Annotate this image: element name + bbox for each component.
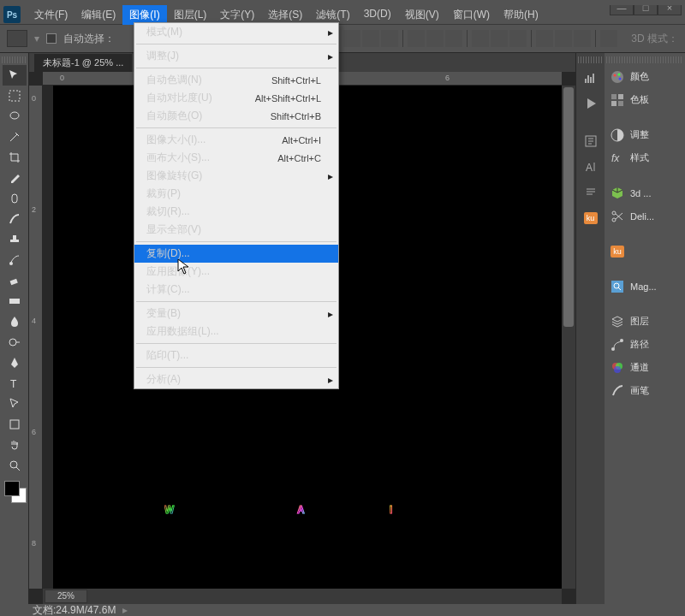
align-icon[interactable] <box>343 30 360 47</box>
menu-item[interactable]: 自动颜色(O)Shift+Ctrl+B <box>134 107 338 125</box>
history-brush-tool[interactable] <box>3 250 27 270</box>
autoselect-label: 自动选择： <box>63 32 115 46</box>
align-icon[interactable] <box>445 30 462 47</box>
dodge-tool[interactable] <box>3 332 27 352</box>
align-icon[interactable] <box>408 30 425 47</box>
dist-icon[interactable] <box>536 30 553 47</box>
menu-0[interactable]: 文件(F) <box>27 5 74 25</box>
dist-icon[interactable] <box>555 30 572 47</box>
marquee-tool[interactable] <box>3 86 27 106</box>
color-swatches[interactable] <box>3 479 27 503</box>
autoselect-checkbox[interactable] <box>46 33 57 44</box>
menu-8[interactable]: 视图(V) <box>398 5 446 25</box>
dist-icon[interactable] <box>491 30 508 47</box>
scrollbar-thumb[interactable] <box>563 87 574 327</box>
blur-tool[interactable] <box>3 311 27 332</box>
panel-Deli...[interactable]: Deli... <box>605 204 685 228</box>
panel-3d ...[interactable]: 3d ... <box>605 181 685 204</box>
menu-item[interactable]: 自动对比度(U)Alt+Shift+Ctrl+L <box>134 89 338 107</box>
eraser-tool[interactable] <box>3 270 27 291</box>
dist-icon[interactable] <box>472 30 489 47</box>
healing-tool[interactable] <box>3 188 27 209</box>
panel-图层[interactable]: 图层 <box>605 310 685 333</box>
zoom-tool[interactable] <box>3 455 27 476</box>
lasso-tool[interactable] <box>3 106 27 127</box>
current-tool-icon[interactable] <box>7 30 27 47</box>
panel-颜色[interactable]: 颜色 <box>605 65 685 88</box>
svg-rect-26 <box>618 101 623 106</box>
align-icon[interactable] <box>362 30 379 47</box>
menu-shortcut: Alt+Ctrl+I <box>282 135 321 145</box>
menu-item[interactable]: 计算(C)... <box>134 281 338 299</box>
svg-point-37 <box>614 366 621 373</box>
menu-item[interactable]: 模式(M)▸ <box>134 23 338 41</box>
menu-10[interactable]: 帮助(H) <box>497 5 545 25</box>
menu-item[interactable]: 应用图像(Y)... <box>134 263 338 281</box>
move-tool[interactable] <box>3 65 27 86</box>
histogram-icon[interactable] <box>579 67 603 89</box>
path-select-tool[interactable] <box>3 394 27 414</box>
properties-icon[interactable] <box>579 130 603 152</box>
wand-tool[interactable] <box>3 127 27 147</box>
menu-item-label: 显示全部(V) <box>146 222 201 237</box>
align-icon[interactable] <box>381 30 398 47</box>
menu-item[interactable]: 裁切(R)... <box>134 203 338 221</box>
panel-色板[interactable]: 色板 <box>605 88 685 111</box>
dist-icon[interactable] <box>509 30 527 47</box>
menu-item[interactable]: 显示全部(V) <box>134 221 338 239</box>
menu-shortcut: Alt+Shift+Ctrl+L <box>255 93 321 104</box>
panel-通道[interactable]: 通道 <box>605 356 685 379</box>
panel-路径[interactable]: 路径 <box>605 333 685 356</box>
menu-item-label: 调整(J) <box>146 49 179 63</box>
panel-handle[interactable] <box>606 56 683 63</box>
menu-item[interactable]: 复制(D)... <box>134 245 338 263</box>
panel-样式[interactable]: fx样式 <box>605 146 685 169</box>
eyedropper-tool[interactable] <box>3 168 27 188</box>
menu-item-label: 应用数据组(L)... <box>146 324 219 339</box>
menu-item-label: 自动颜色(O) <box>146 109 202 123</box>
character-icon[interactable]: A <box>579 156 603 178</box>
crop-tool[interactable] <box>3 147 27 168</box>
ku-tab-icon[interactable]: ku <box>579 207 603 229</box>
scrollbar-horizontal[interactable]: 25% <box>43 589 562 604</box>
pen-tool[interactable] <box>3 352 27 373</box>
scrollbar-vertical[interactable] <box>562 86 575 589</box>
submenu-arrow-icon: ▸ <box>328 308 333 320</box>
panel-调整[interactable]: 调整 <box>605 123 685 146</box>
panel-label: 3d ... <box>630 188 651 198</box>
menu-item[interactable]: 调整(J)▸ <box>134 47 338 65</box>
foreground-color[interactable] <box>4 481 20 496</box>
gradient-tool[interactable] <box>3 291 27 311</box>
panel-ku[interactable]: ku <box>605 240 685 263</box>
menu-item[interactable]: 分析(A)▸ <box>134 370 338 388</box>
menu-item[interactable]: 变量(B)▸ <box>134 305 338 323</box>
panel-handle[interactable] <box>2 56 27 63</box>
menu-item-label: 计算(C)... <box>146 282 190 297</box>
menu-9[interactable]: 窗口(W) <box>446 5 497 25</box>
play-icon[interactable] <box>579 92 603 115</box>
menu-item[interactable]: 图像大小(I)...Alt+Ctrl+I <box>134 131 338 149</box>
menu-item[interactable]: 自动色调(N)Shift+Ctrl+L <box>134 71 338 89</box>
menu-item[interactable]: 图像旋转(G)▸ <box>134 167 338 185</box>
svg-text:A: A <box>297 504 305 516</box>
misc-icon[interactable] <box>600 30 617 47</box>
ruler-vertical[interactable]: 02468 <box>29 86 43 589</box>
panel-handle[interactable] <box>578 56 604 63</box>
menu-1[interactable]: 编辑(E) <box>74 5 122 25</box>
dist-icon[interactable] <box>574 30 591 47</box>
shape-tool[interactable] <box>3 414 27 435</box>
align-icon[interactable] <box>426 30 444 47</box>
panel-Mag...[interactable]: Mag... <box>605 275 685 298</box>
type-tool[interactable]: T <box>3 373 27 394</box>
menu-7[interactable]: 3D(D) <box>357 5 398 25</box>
menu-item: 应用数据组(L)... <box>134 323 338 341</box>
magnify-icon <box>610 279 625 294</box>
brush-tool[interactable] <box>3 209 27 229</box>
zoom-input[interactable]: 25% <box>45 589 87 603</box>
paragraph-icon[interactable] <box>579 181 603 204</box>
menu-item[interactable]: 画布大小(S)...Alt+Ctrl+C <box>134 149 338 167</box>
stamp-tool[interactable] <box>3 229 27 250</box>
hand-tool[interactable] <box>3 435 27 455</box>
panel-画笔[interactable]: 画笔 <box>605 379 685 402</box>
document-tab[interactable]: 未标题-1 @ 25% ... <box>34 54 132 72</box>
